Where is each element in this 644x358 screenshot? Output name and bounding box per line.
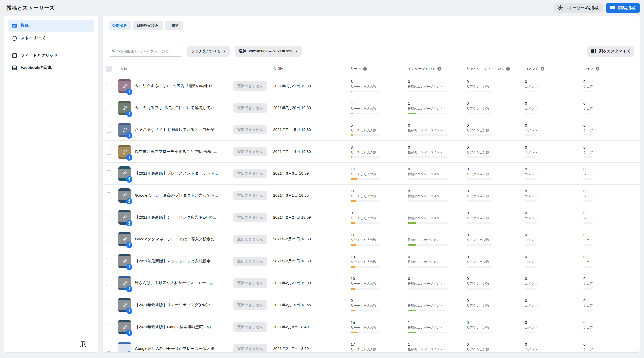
comments-label: コメント [525, 85, 583, 89]
reach-value: 10 [351, 276, 408, 281]
sidebar-item-label: 投稿 [21, 23, 29, 28]
collapse-sidebar-button[interactable] [78, 340, 87, 349]
post-thumbnail[interactable]: f [118, 232, 131, 246]
engagement-label: 投稿のエンゲージメント [408, 304, 467, 308]
table-row: f今回紹介するのは1つの広告で複数の画像や...宣伝できません2021年7月21… [103, 75, 640, 97]
post-title[interactable]: 【2021年最新版】ショッピング広告(PLA)の... [135, 215, 230, 220]
info-icon[interactable]: i [596, 67, 599, 71]
post-thumbnail[interactable]: f [118, 210, 131, 225]
post-thumbnail[interactable]: f [118, 188, 131, 203]
create-story-button[interactable]: ストーリーズを作成 [554, 3, 603, 13]
reactions-label: リアクション数 [467, 194, 525, 198]
engagement-value: 1 [408, 211, 467, 215]
info-icon[interactable]: i [363, 67, 367, 71]
reactions-value: 0 [467, 189, 525, 193]
shares-bar [583, 310, 592, 311]
row-checkbox[interactable] [106, 170, 112, 176]
post-thumbnail[interactable]: f [118, 101, 131, 115]
post-thumbnail[interactable]: f [118, 342, 131, 353]
promote-disabled-badge: 宣伝できません [233, 147, 267, 156]
post-thumbnail[interactable]: f [118, 123, 131, 137]
sidebar-item[interactable]: 投稿 [8, 20, 94, 32]
post-title[interactable]: 【2021年最新版】リマーケティング(RM)の... [135, 302, 230, 308]
select-all-checkbox[interactable] [106, 66, 112, 72]
comments-label: コメント [525, 347, 583, 352]
reactions-label: リアクション数 [467, 150, 525, 155]
promote-disabled-badge: 宣伝できません [233, 125, 267, 134]
post-title[interactable]: 【2021年最新版】プレースメントターゲット... [135, 171, 230, 176]
reactions-value: 0 [467, 79, 525, 84]
row-checkbox[interactable] [106, 83, 112, 89]
share-destination-dropdown[interactable]: シェア先: すべて [187, 46, 230, 57]
post-cell: f【2021年最新版】リマーケティング(RM)の...宣伝できません [115, 298, 273, 312]
date-range-dropdown[interactable]: 通算: 2021/01/09 ～ 2021/07/22 [235, 46, 302, 57]
reach-value: 11 [351, 189, 408, 193]
row-checkbox[interactable] [106, 192, 112, 198]
post-title[interactable]: Google広告史上最高のプロダクトと言っても... [135, 193, 230, 198]
post-thumbnail[interactable]: f [118, 145, 131, 159]
engagement-metric: 1投稿のエンゲージメント [408, 101, 467, 114]
shares-label: シェア [583, 347, 640, 352]
grid-icon [11, 53, 17, 58]
reach-value: 9 [351, 211, 408, 215]
row-checkbox[interactable] [106, 324, 112, 330]
shares-bar [583, 222, 592, 224]
row-checkbox[interactable] [106, 280, 112, 286]
post-title[interactable]: 今回の記事ではLINE広告について解説してい... [135, 105, 230, 111]
reactions-value: 0 [467, 255, 525, 259]
tab[interactable]: 下書き [165, 21, 183, 30]
post-thumbnail[interactable]: f [118, 298, 131, 312]
search-box[interactable] [109, 46, 182, 57]
reach-value: 5 [351, 123, 408, 128]
shares-label: シェア [583, 260, 640, 264]
row-checkbox[interactable] [106, 105, 112, 111]
customize-columns-button[interactable]: 列をカスタマイズ [587, 46, 634, 57]
row-checkbox[interactable] [106, 149, 112, 155]
post-title[interactable]: 【2021年最新版】マッチタイプと入札設定... [135, 259, 230, 264]
post-title[interactable]: 皆さんは、不動産や人材サービス、モールな... [135, 280, 230, 286]
engagement-value: 0 [408, 167, 467, 171]
reach-label: リーチした人の数 [351, 238, 408, 242]
post-title[interactable]: 今回紹介するのは1つの広告で複数の画像や... [135, 83, 230, 89]
sidebar-item[interactable]: ストーリーズ [8, 32, 94, 44]
sidebar-item[interactable]: Facebookの写真 [8, 62, 94, 74]
post-title[interactable]: 【2021年最新版】Google検索連動型広告の... [135, 324, 230, 330]
info-icon[interactable]: i [437, 67, 441, 71]
row-checkbox[interactable] [106, 214, 112, 220]
table-row: f【2021年最新版】プレースメントターゲット...宣伝できません2021年3月… [103, 163, 640, 185]
row-checkbox[interactable] [106, 258, 112, 264]
post-thumbnail[interactable]: f [118, 254, 131, 268]
info-icon[interactable]: i [541, 67, 544, 71]
create-post-label: 投稿を作成 [617, 6, 636, 10]
info-icon[interactable]: i [506, 67, 510, 71]
row-checkbox[interactable] [106, 127, 112, 133]
row-checkbox[interactable] [106, 302, 112, 308]
row-checkbox[interactable] [106, 346, 112, 352]
sidebar-item[interactable]: フィードとグリッド [8, 49, 94, 62]
tab[interactable]: 公開済み [109, 21, 131, 30]
search-input[interactable] [119, 49, 179, 54]
tab[interactable]: 日時指定済み [133, 21, 162, 30]
comments-metric: 0コメント [525, 342, 583, 352]
facebook-badge-icon: f [126, 89, 132, 95]
post-title[interactable]: さまざまなサイトを閲覧していると、自分が... [135, 127, 230, 132]
comments-metric: 0コメント [525, 255, 583, 268]
reactions-bar [467, 91, 492, 92]
row-checkbox[interactable] [106, 236, 112, 242]
reach-metric: 9リーチした人の数 [351, 211, 408, 224]
post-cell: fGoogle広告史上最高のプロダクトと言っても...宣伝できません [115, 188, 273, 203]
post-thumbnail[interactable]: f [118, 79, 131, 93]
main-panel: 公開済み日時指定済み下書き シェア先: すべて 通算: 2021/01/09 ～… [103, 16, 640, 352]
post-title[interactable]: 顕在層に再アプローチをすることで効率的に... [135, 149, 230, 154]
post-title[interactable]: Googleタグマネージャーとは？導入／設定の... [135, 237, 230, 242]
post-title[interactable]: Google絞り込み部分一致がフレーズ一致と統... [135, 346, 230, 351]
shares-metric: 0シェア [583, 276, 640, 290]
reactions-bar [467, 244, 492, 246]
post-thumbnail[interactable]: f [118, 320, 131, 334]
shares-label: シェア [583, 194, 640, 198]
post-thumbnail[interactable]: f [118, 166, 131, 181]
reactions-metric: 0リアクション数 [467, 145, 525, 158]
create-post-button[interactable]: 投稿を作成 [606, 3, 640, 13]
engagement-metric: 1投稿のエンゲージメント [408, 320, 467, 333]
post-thumbnail[interactable]: f [118, 276, 131, 290]
